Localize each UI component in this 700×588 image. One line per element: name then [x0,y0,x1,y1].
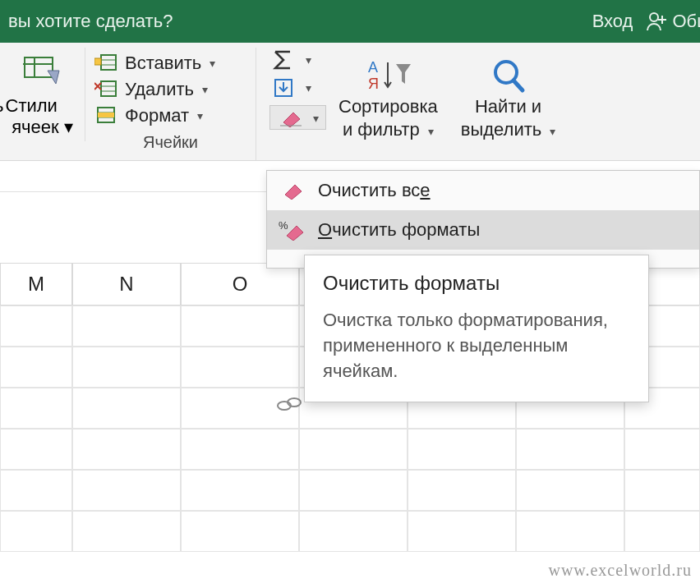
cell[interactable] [0,347,72,388]
cell[interactable] [72,470,181,511]
sort-filter-line2: и фильтр [343,119,420,140]
eraser-percent-icon: % [279,219,306,241]
table-row[interactable] [0,511,700,552]
cell[interactable] [0,511,72,552]
find-select-button[interactable]: Найти и выделить ▾ [453,51,564,140]
cell[interactable] [0,388,72,429]
cell[interactable] [624,470,700,511]
fill-button[interactable]: ▾ [269,77,311,99]
share-button[interactable]: Общий до [646,11,700,32]
autosum-button[interactable]: ▾ [269,49,311,71]
chevron-down-icon: ▾ [202,83,208,96]
cell[interactable] [0,305,72,347]
titlebar: вы хотите сделать? Вход Общий до [0,0,700,43]
format-button[interactable]: Формат ▾ [94,105,203,126]
remove-hyperlinks-icon [276,394,302,414]
table-row[interactable] [0,470,700,511]
tell-me-prompt[interactable]: вы хотите сделать? [8,11,592,32]
cell[interactable] [624,511,700,552]
cell[interactable] [181,305,299,347]
menu-clear-all[interactable]: Очистить все [267,171,699,210]
eraser-icon [277,109,305,127]
cell[interactable] [624,429,700,470]
cell[interactable] [408,429,516,470]
clear-button[interactable]: ▾ [269,105,326,130]
cell[interactable] [72,347,181,388]
sort-filter-button[interactable]: А Я Сортировка и фильтр ▾ [330,51,446,140]
cell-styles-icon [23,51,62,90]
cell[interactable] [181,347,299,388]
chevron-down-icon: ▾ [210,57,215,70]
svg-text:А: А [368,59,378,76]
column-header[interactable]: N [72,263,181,305]
group-cells-label: Ячейки [94,126,247,157]
svg-point-0 [650,13,658,21]
menu-clear-all-label: Очистить все [318,180,431,201]
share-label: Общий до [672,11,700,32]
cell[interactable] [516,429,624,470]
cell[interactable] [181,429,299,470]
sort-filter-line1: Сортировка [338,95,438,118]
svg-text:%: % [279,219,288,232]
insert-cells-icon [94,53,118,73]
clear-menu: Очистить все % Очистить форматы [266,170,700,269]
cell-styles-button[interactable]: ь Стили ячеек ▾ [8,48,76,138]
eraser-icon [279,181,306,200]
magnifier-icon [488,54,529,95]
chevron-down-icon: ▾ [428,125,434,138]
delete-cells-icon [94,80,118,99]
watermark: www.excelworld.ru [548,561,692,580]
share-user-icon [646,11,667,32]
styles-line3: ячеек [12,117,58,137]
svg-rect-6 [101,55,116,70]
cell[interactable] [299,511,408,552]
menu-clear-formats-label: Очистить форматы [318,219,480,241]
chevron-down-icon: ▾ [197,109,203,122]
tooltip-title: Очистить форматы [323,272,630,295]
svg-line-23 [513,80,523,90]
styles-line2: Стили [6,95,58,117]
cell[interactable] [72,511,181,552]
column-header[interactable]: O [181,263,299,305]
tooltip-body: Очистка только форматирования, примененн… [323,308,630,384]
group-sort-find: А Я Сортировка и фильтр ▾ [330,48,572,144]
group-cells: Вставить ▾ Удалить ▾ [85,48,256,160]
find-select-line2: выделить [461,119,542,140]
cell[interactable] [0,429,72,470]
svg-text:Я: Я [368,76,379,92]
cell[interactable] [72,429,181,470]
svg-rect-3 [25,57,53,77]
sort-filter-icon: А Я [363,54,412,95]
fill-down-icon [269,77,297,99]
tooltip-clear-formats: Очистить форматы Очистка только форматир… [304,255,649,402]
cell[interactable] [516,470,624,511]
chevron-down-icon: ▾ [306,81,311,94]
menu-clear-formats[interactable]: % Очистить форматы [267,210,699,250]
svg-rect-9 [94,58,101,65]
table-row[interactable] [0,429,700,470]
column-header[interactable]: M [0,263,72,305]
cell[interactable] [181,511,299,552]
cell[interactable] [408,470,516,511]
cell[interactable] [0,470,72,511]
chevron-down-icon: ▾ [550,125,555,138]
format-cells-icon [94,106,118,126]
chevron-down-icon: ▾ [306,53,311,67]
svg-rect-18 [98,113,114,117]
find-select-line1: Найти и [475,95,541,118]
cell[interactable] [299,470,408,511]
delete-button[interactable]: Удалить ▾ [94,79,208,100]
cell[interactable] [181,470,299,511]
login-button[interactable]: Вход [592,11,633,32]
sigma-icon [269,49,297,71]
insert-label: Вставить [125,53,201,74]
cell[interactable] [72,388,181,429]
cell[interactable] [72,305,181,347]
cell[interactable] [408,511,516,552]
group-editing-mini: ▾ ▾ [256,48,330,133]
delete-label: Удалить [125,79,194,100]
cell[interactable] [299,429,408,470]
svg-rect-10 [101,81,116,96]
insert-button[interactable]: Вставить ▾ [94,53,215,74]
cell[interactable] [516,511,624,552]
